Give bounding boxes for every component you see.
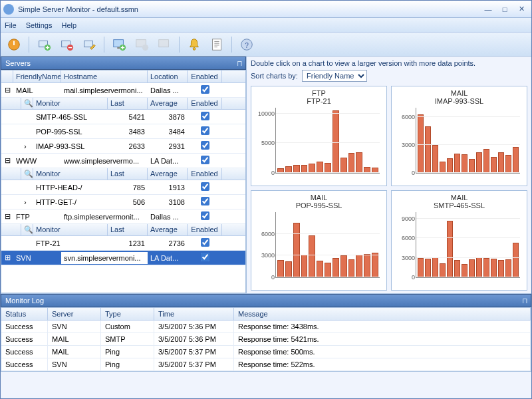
add-server-button[interactable] — [35, 35, 53, 54]
chart-bar — [513, 147, 519, 173]
enabled-checkbox[interactable] — [201, 156, 209, 164]
chart-bar — [277, 260, 284, 277]
enabled-checkbox[interactable] — [201, 211, 209, 220]
chart-plot: 030006000 — [275, 212, 380, 278]
log-row[interactable]: SuccessSVNPing3/5/2007 5:37 PMResponse t… — [1, 358, 531, 371]
chart-bar — [432, 257, 438, 277]
titlebar[interactable]: Simple Server Monitor - default.ssmn — □… — [1, 1, 531, 18]
log-col-type[interactable]: Type — [101, 308, 154, 320]
search-icon[interactable]: 🔍 — [21, 168, 33, 180]
pin-icon[interactable]: ⊓ — [237, 59, 243, 68]
chart[interactable]: MAILIMAP-993-SSL030006000 — [391, 86, 527, 186]
chart-bar — [425, 259, 431, 277]
chart-bar — [483, 258, 489, 277]
chart-bar — [498, 260, 504, 277]
row-selector-icon[interactable]: › — [21, 196, 33, 208]
enabled-checkbox[interactable] — [201, 141, 209, 150]
chart-title: MAIL — [451, 89, 468, 97]
monitor-row[interactable]: ›IMAP-993-SSL26332931 — [1, 139, 245, 154]
chart-bar — [476, 152, 482, 173]
chart-subtitle: SMTP-465-SSL — [434, 201, 485, 209]
chart-bar — [356, 255, 362, 277]
server-row[interactable]: ⊟MAILmail.simpleservermoni...Dallas ... — [1, 83, 245, 98]
enabled-checkbox[interactable] — [201, 126, 209, 135]
chart-bar — [462, 154, 467, 173]
row-selector-icon[interactable] — [21, 186, 33, 190]
chart-bar — [469, 159, 475, 173]
help-button[interactable]: ? — [237, 35, 256, 54]
log-row[interactable]: SuccessSVNCustom3/5/2007 5:36 PMResponse… — [1, 321, 531, 333]
log-col-time[interactable]: Time — [154, 308, 234, 320]
enabled-checkbox[interactable] — [201, 182, 209, 191]
log-col-message[interactable]: Message — [234, 308, 531, 320]
close-button[interactable]: ✕ — [514, 3, 529, 15]
menu-help[interactable]: Help — [61, 21, 76, 29]
chart-bar — [340, 255, 347, 277]
chart-bar — [309, 164, 315, 173]
chart[interactable]: FTPFTP-210500010000 — [251, 86, 387, 186]
edit-server-button[interactable] — [80, 35, 98, 54]
monitor-row[interactable]: POP-995-SSL34833484 — [1, 124, 245, 139]
remove-server-button[interactable] — [57, 35, 76, 54]
chart-bar — [513, 243, 519, 277]
chart-bar — [317, 162, 323, 173]
monitor-row[interactable]: SMTP-465-SSL54213878 — [1, 110, 245, 124]
row-selector-icon[interactable] — [21, 130, 33, 134]
row-selector-icon[interactable] — [21, 115, 33, 119]
chart-bar — [440, 263, 446, 277]
chart-bar — [454, 154, 460, 173]
svg-rect-5 — [84, 41, 93, 47]
chart-plot: 0500010000 — [275, 108, 380, 174]
expand-icon[interactable]: ⊟ — [1, 210, 13, 223]
expand-icon[interactable]: ⊟ — [1, 154, 13, 167]
log-col-server[interactable]: Server — [48, 308, 101, 320]
menu-settings[interactable]: Settings — [26, 21, 53, 29]
alert-button[interactable] — [185, 35, 203, 54]
expand-icon[interactable]: ⊞ — [1, 251, 13, 264]
chart-bar — [425, 126, 431, 173]
chart-bar — [491, 157, 497, 173]
enabled-checkbox[interactable] — [201, 112, 209, 120]
enabled-checkbox[interactable] — [201, 197, 209, 205]
chart-plot: 030006000 — [416, 108, 520, 174]
log-button[interactable] — [207, 35, 226, 54]
chart-bar — [293, 223, 300, 277]
chart-bar — [440, 162, 446, 173]
server-row[interactable]: ⊟FTPftp.simpleservermonit...Dallas ... — [1, 209, 245, 224]
window-title: Simple Server Monitor - default.ssmn — [18, 5, 479, 13]
chart-subtitle: FTP-21 — [307, 97, 331, 105]
minimize-button[interactable]: — — [481, 3, 495, 15]
log-row[interactable]: SuccessMAILSMTP3/5/2007 5:36 PMResponse … — [1, 333, 531, 346]
monitor-row[interactable]: ›HTTP-GET-/5063108 — [1, 195, 245, 209]
row-selector-icon[interactable]: › — [21, 140, 33, 152]
expand-icon[interactable]: ⊟ — [1, 84, 13, 96]
log-row[interactable]: SuccessMAILPing3/5/2007 5:37 PMResponse … — [1, 346, 531, 358]
row-selector-icon[interactable] — [21, 241, 33, 245]
pin-icon[interactable]: ⊓ — [522, 297, 528, 305]
power-button[interactable] — [5, 35, 23, 54]
sort-select[interactable]: Friendly Name — [302, 70, 367, 82]
monitor-row[interactable]: FTP-2112312736 — [1, 236, 245, 251]
svg-rect-11 — [159, 39, 169, 47]
search-icon[interactable]: 🔍 — [21, 224, 33, 235]
enabled-checkbox[interactable] — [201, 238, 209, 247]
chart[interactable]: MAILSMTP-465-SSL0300060009000 — [391, 190, 527, 291]
enabled-checkbox[interactable] — [201, 85, 209, 94]
edit-monitor-button[interactable] — [155, 35, 174, 54]
enabled-checkbox[interactable] — [201, 253, 209, 261]
server-row[interactable]: ⊞SVNsvn.simpleservermoni...LA Dat... — [1, 251, 245, 265]
app-icon — [3, 4, 14, 15]
servers-tree[interactable]: FriendlyNameHostnameLocationEnabled⊟MAIL… — [1, 70, 246, 293]
maximize-button[interactable]: □ — [497, 3, 512, 15]
log-col-status[interactable]: Status — [1, 308, 48, 320]
search-icon[interactable]: 🔍 — [21, 98, 33, 109]
add-monitor-button[interactable] — [110, 35, 128, 54]
servers-panel-header: Servers ⊓ — [1, 57, 246, 70]
remove-monitor-button[interactable] — [132, 35, 151, 54]
chart[interactable]: MAILPOP-995-SSL030006000 — [251, 190, 387, 291]
chart-bar — [325, 263, 331, 277]
menu-file[interactable]: File — [5, 21, 17, 29]
monitor-row[interactable]: HTTP-HEAD-/7851913 — [1, 180, 245, 195]
chart-hint: Double click on a chart to view a larger… — [251, 59, 527, 67]
server-row[interactable]: ⊟WWWwww.simpleservermo...LA Dat... — [1, 154, 245, 168]
